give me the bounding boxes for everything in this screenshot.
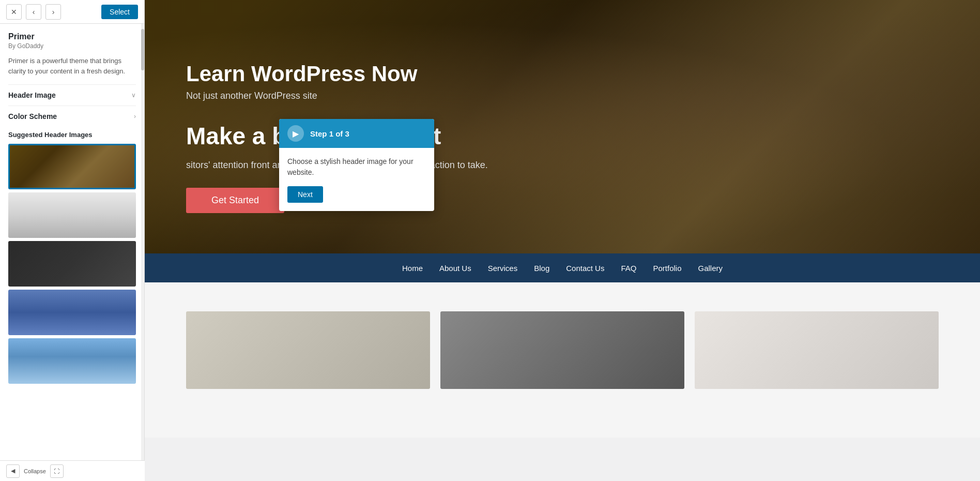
card-2: [440, 311, 684, 389]
step-description: Choose a stylish header image for your w…: [287, 156, 426, 178]
nav-bar: Home About Us Services Blog Contact Us F…: [145, 253, 980, 282]
close-button[interactable]: ✕: [6, 4, 22, 20]
nav-gallery[interactable]: Gallery: [698, 264, 723, 273]
forward-button[interactable]: ›: [45, 4, 61, 20]
theme-author: By GoDaddy: [8, 42, 136, 50]
hide-controls-button[interactable]: ◀: [6, 464, 20, 478]
thumbnail-caps2[interactable]: [8, 338, 136, 384]
step-next-button[interactable]: Next: [287, 186, 323, 203]
hero-section: Learn WordPress Now Not just another Wor…: [145, 0, 980, 253]
nav-services[interactable]: Services: [488, 264, 518, 273]
theme-description: Primer is a powerful theme that brings c…: [8, 56, 136, 76]
step-title: Step 1 of 3: [310, 129, 349, 138]
header-image-label: Header Image: [8, 91, 56, 99]
site-tagline: Not just another WordPress site: [186, 91, 939, 101]
nav-contact[interactable]: Contact Us: [566, 264, 604, 273]
nav-blog[interactable]: Blog: [534, 264, 549, 273]
thumbnail-apple[interactable]: [8, 241, 136, 287]
step-body: Choose a stylish header image for your w…: [279, 148, 434, 211]
suggested-images-label: Suggested Header Images: [8, 131, 136, 139]
site-title: Learn WordPress Now: [186, 62, 939, 86]
page-content: [145, 282, 980, 438]
scroll-handle[interactable]: [141, 24, 144, 460]
expand-button[interactable]: ⛶: [50, 464, 64, 478]
step-play-icon: ▶: [287, 125, 304, 142]
thumbnail-grid: [8, 144, 136, 384]
back-button[interactable]: ‹: [26, 4, 41, 20]
panel-body: Primer By GoDaddy Primer is a powerful t…: [0, 24, 144, 481]
scroll-thumb: [141, 29, 144, 70]
main-content: Learn WordPress Now Not just another Wor…: [145, 0, 980, 481]
collapse-label[interactable]: Collapse: [24, 468, 46, 474]
header-image-section[interactable]: Header Image ∨: [8, 84, 136, 106]
step-header: ▶ Step 1 of 3: [279, 119, 434, 148]
bottom-bar: ◀ Collapse ⛶: [0, 460, 145, 481]
panel-header: ✕ ‹ › Select: [0, 0, 144, 24]
color-scheme-section[interactable]: Color Scheme ›: [8, 106, 136, 127]
nav-home[interactable]: Home: [402, 264, 423, 273]
select-button[interactable]: Select: [101, 5, 138, 19]
theme-name: Primer: [8, 32, 136, 41]
cta-button[interactable]: Get Started: [186, 188, 284, 213]
customizer-panel: ✕ ‹ › Select Primer By GoDaddy Primer is…: [0, 0, 145, 481]
chevron-down-icon: ∨: [131, 92, 136, 99]
chevron-right-icon: ›: [134, 113, 136, 120]
nav-faq[interactable]: FAQ: [621, 264, 636, 273]
color-scheme-label: Color Scheme: [8, 112, 57, 121]
thumbnail-desk[interactable]: [8, 192, 136, 238]
thumbnail-caps1[interactable]: [8, 290, 136, 335]
nav-portfolio[interactable]: Portfolio: [653, 264, 681, 273]
nav-about[interactable]: About Us: [439, 264, 471, 273]
card-3: [695, 311, 939, 389]
card-1: [186, 311, 430, 389]
card-row: [186, 311, 939, 389]
step-overlay: ▶ Step 1 of 3 Choose a stylish header im…: [279, 119, 434, 211]
thumbnail-conference[interactable]: [8, 144, 136, 189]
